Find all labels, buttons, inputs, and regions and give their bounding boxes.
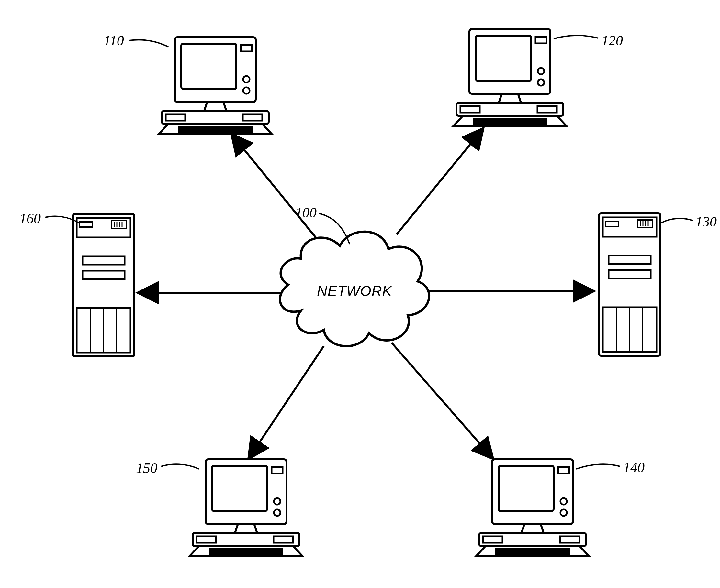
node-server-right: 130 (599, 213, 717, 356)
svg-text:110: 110 (104, 33, 124, 48)
edge-network-to-pc-bottom-right (392, 343, 492, 458)
edge-network-to-pc-bottom-left (249, 346, 324, 458)
edge-network-to-pc-top-left (233, 135, 317, 239)
network-label: NETWORK (317, 283, 393, 299)
svg-text:130: 130 (695, 214, 717, 230)
node-server-left: 160 (19, 211, 134, 356)
svg-text:100: 100 (295, 205, 317, 220)
network-cloud: NETWORK (280, 232, 429, 346)
node-pc-bottom-left: 150 (136, 459, 303, 556)
svg-text:150: 150 (136, 460, 157, 476)
svg-text:140: 140 (623, 460, 644, 476)
edge-network-to-pc-top-right (397, 129, 482, 234)
node-pc-top-right: 120 (453, 29, 623, 126)
node-pc-top-left: 110 (104, 33, 272, 134)
svg-text:160: 160 (19, 211, 41, 226)
node-pc-bottom-right: 140 (476, 459, 644, 556)
svg-text:120: 120 (601, 33, 623, 48)
